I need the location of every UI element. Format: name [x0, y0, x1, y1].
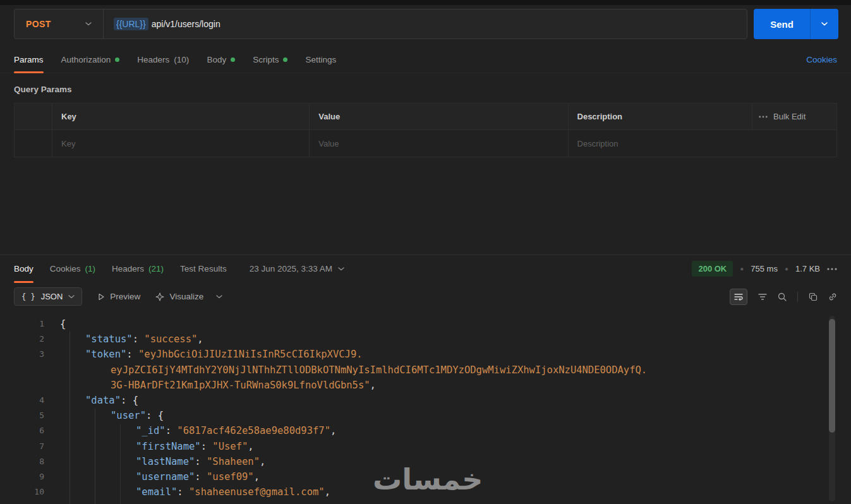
- chevron-down-icon: [338, 267, 344, 271]
- code-line: eyJpZCI6IjY4MTdhY2Y0NjJlNThhZTllODBkOTNm…: [0, 363, 851, 378]
- visualize-icon: [155, 292, 164, 301]
- watermark-text: خمسات: [373, 462, 483, 496]
- tab-response-cookies[interactable]: Cookies (1): [50, 255, 95, 282]
- tab-response-body[interactable]: Body: [14, 255, 33, 282]
- filter-button[interactable]: [758, 293, 767, 301]
- copy-button[interactable]: [809, 292, 818, 301]
- json-braces-icon: { }: [21, 292, 35, 301]
- content-indicator-dot: [231, 57, 235, 62]
- tab-authorization[interactable]: Authorization: [61, 47, 120, 73]
- visualize-button[interactable]: Visualize: [155, 292, 203, 301]
- line-number: 7: [0, 439, 44, 454]
- chevron-down-icon: [85, 22, 92, 26]
- tab-body[interactable]: Body: [207, 47, 235, 73]
- query-params-table: Key Value Description Bulk Edit Key Valu…: [14, 103, 837, 157]
- cookies-link[interactable]: Cookies: [806, 55, 837, 64]
- line-number: [0, 378, 44, 393]
- status-badge[interactable]: 200 OK: [692, 261, 733, 277]
- tab-scripts[interactable]: Scripts: [253, 47, 287, 73]
- line-number: [0, 363, 44, 378]
- tab-params[interactable]: Params: [14, 47, 44, 73]
- line-number: 8: [0, 454, 44, 469]
- scrollbar-thumb[interactable]: [829, 319, 835, 433]
- scrollbar-track[interactable]: [829, 316, 835, 501]
- method-label: POST: [26, 19, 51, 29]
- line-number: 1: [0, 316, 44, 332]
- url-input[interactable]: {{URL}} api/v1/users/login: [104, 9, 747, 39]
- column-header-description: Description: [569, 104, 752, 130]
- tab-label: Authorization: [61, 55, 111, 64]
- response-tabs: Body Cookies (1) Headers (21) Test Resul…: [0, 255, 851, 282]
- param-description-input[interactable]: Description: [569, 130, 836, 157]
- response-toolbar-right: [730, 289, 837, 305]
- code-line: 3"token": "eyJhbGciOiJIUzI1NiIsInR5cCI6I…: [0, 347, 851, 362]
- bulk-edit-button[interactable]: Bulk Edit: [759, 112, 806, 121]
- tab-headers[interactable]: Headers (10): [137, 47, 189, 73]
- response-timestamp: 23 Jun 2025, 3:33 AM: [250, 264, 332, 273]
- line-number: 10: [0, 484, 44, 500]
- method-selector[interactable]: POST: [15, 9, 103, 39]
- request-editor-empty-area: [0, 157, 851, 255]
- line-number: 4: [0, 393, 44, 408]
- preview-label: Preview: [110, 292, 140, 301]
- wrap-text-toggle[interactable]: [730, 289, 747, 305]
- response-size: 1.7 KB: [795, 264, 820, 273]
- content-indicator-dot: [283, 57, 287, 62]
- line-number: 6: [0, 423, 44, 438]
- url-variable-chip[interactable]: {{URL}}: [114, 18, 148, 30]
- response-more-actions-button[interactable]: [827, 268, 837, 270]
- response-history-dropdown[interactable]: 23 Jun 2025, 3:33 AM: [250, 255, 344, 282]
- response-body-viewer: 1{2"status": "success",3"token": "eyJhbG…: [0, 311, 851, 504]
- tab-count: (21): [148, 264, 164, 273]
- send-button[interactable]: Send: [754, 9, 811, 39]
- tab-settings[interactable]: Settings: [305, 47, 336, 73]
- chevron-down-icon: [216, 295, 222, 299]
- tab-label: Cookies: [50, 264, 81, 273]
- send-button-group: Send: [754, 9, 838, 39]
- search-icon: [778, 292, 787, 301]
- send-options-button[interactable]: [811, 9, 838, 39]
- tab-test-results[interactable]: Test Results: [180, 255, 227, 282]
- code-line: 1{: [0, 316, 851, 332]
- visualize-options-button[interactable]: [216, 295, 222, 299]
- line-number: 5: [0, 408, 44, 423]
- tab-label: Headers: [137, 55, 169, 64]
- preview-button[interactable]: Preview: [97, 292, 140, 301]
- tab-response-headers[interactable]: Headers (21): [112, 255, 164, 282]
- select-all-cell: [15, 104, 52, 130]
- request-tabs: Params Authorization Headers (10) Body S…: [0, 47, 851, 73]
- divider: [797, 292, 798, 302]
- chevron-down-icon: [821, 22, 828, 26]
- tab-label: Scripts: [253, 55, 279, 64]
- column-header-key: Key: [52, 104, 310, 130]
- filter-icon: [758, 293, 767, 301]
- response-toolbar: { } JSON Preview Visualize: [0, 282, 851, 311]
- code-line: 3G-HBArDFt21Km1pXJHX-TuRWnaS0k9LfnoVldGb…: [0, 378, 851, 393]
- more-options-icon: [759, 116, 768, 118]
- indent-guide: [69, 332, 70, 504]
- link-button[interactable]: [828, 292, 837, 301]
- code-line: 4"data": {: [0, 393, 851, 408]
- content-indicator-dot: [115, 57, 119, 62]
- tab-label: Params: [14, 55, 44, 64]
- dot-separator: ●: [740, 265, 744, 272]
- tab-label: Test Results: [180, 264, 227, 273]
- body-format-dropdown[interactable]: { } JSON: [14, 287, 82, 306]
- line-number: 2: [0, 332, 44, 347]
- visualize-label: Visualize: [169, 292, 203, 301]
- dot-separator: ●: [785, 265, 788, 272]
- format-label: JSON: [41, 292, 63, 301]
- request-url-container: POST {{URL}} api/v1/users/login: [14, 9, 747, 39]
- search-button[interactable]: [778, 292, 787, 301]
- param-key-input[interactable]: Key: [52, 130, 310, 157]
- param-value-input[interactable]: Value: [310, 130, 568, 157]
- chevron-down-icon: [68, 295, 75, 299]
- code-line: 7"firstName": "Usef",: [0, 439, 851, 454]
- bulk-edit-cell: Bulk Edit: [752, 104, 836, 130]
- line-number: 9: [0, 469, 44, 484]
- indent-guide: [95, 409, 95, 504]
- tab-label: Settings: [305, 55, 336, 64]
- row-select-cell: [15, 130, 52, 157]
- tab-count: (10): [174, 55, 189, 64]
- tab-label: Headers: [112, 264, 144, 273]
